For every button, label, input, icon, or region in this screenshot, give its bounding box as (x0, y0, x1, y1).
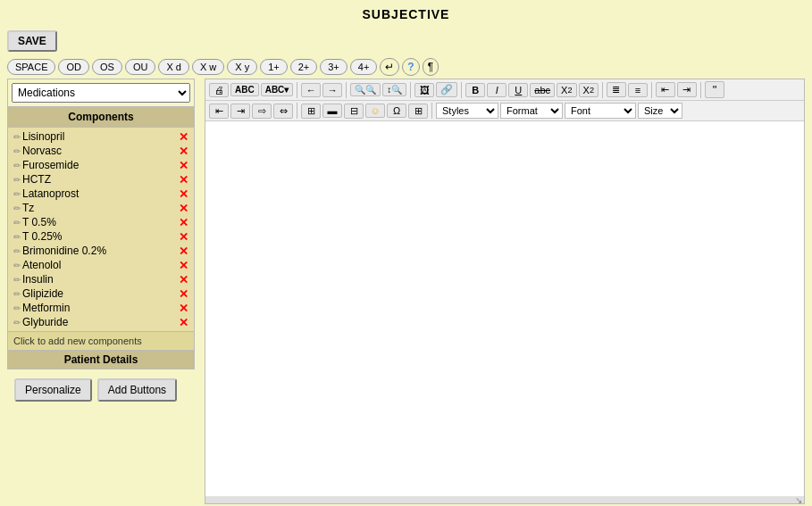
enter-icon-button[interactable]: ↵ (380, 58, 399, 76)
editor-panel: 🖨 ABC ABC▾ ← → 🔍🔍 ↕🔍 🖼 🔗 B I U abc X2 X2… (205, 79, 805, 504)
editor-content-area[interactable] (205, 121, 804, 496)
list-item[interactable]: ✏ Latanoprost ✕ (12, 187, 190, 201)
font-select[interactable]: Font (565, 103, 636, 119)
format-select[interactable]: Format (500, 103, 563, 119)
subscript-button[interactable]: X2 (557, 83, 576, 97)
list-item[interactable]: ✏ Metformin ✕ (12, 301, 190, 315)
omega-button[interactable]: Ω (387, 104, 406, 118)
remove-button[interactable]: ✕ (179, 288, 188, 300)
2plus-button[interactable]: 2+ (290, 59, 318, 75)
remove-button[interactable]: ✕ (179, 131, 188, 143)
ou-button[interactable]: OU (125, 59, 156, 75)
remove-button[interactable]: ✕ (179, 245, 188, 257)
item-name: Metformin (22, 302, 179, 314)
od-button[interactable]: OD (58, 59, 89, 75)
justify-button[interactable]: ⇔ (273, 104, 293, 119)
item-name: Lisinopril (22, 130, 179, 143)
pencil-icon: ✏ (13, 161, 21, 170)
remove-button[interactable]: ✕ (179, 274, 188, 286)
h-rule-button[interactable]: ▬ (322, 104, 342, 118)
xw-button[interactable]: X w (192, 59, 224, 75)
remove-button[interactable]: ✕ (179, 317, 188, 328)
os-button[interactable]: OS (92, 59, 122, 75)
add-buttons-button[interactable]: Add Buttons (97, 378, 177, 402)
spellcheck-button[interactable]: ABC (230, 83, 259, 96)
list-item[interactable]: ✏ Norvasc ✕ (12, 144, 190, 158)
insert-table-button[interactable]: ⊞ (301, 104, 321, 119)
list-item[interactable]: ✏ Glyburide ✕ (12, 315, 190, 329)
find-button[interactable]: 🔍🔍 (350, 83, 381, 96)
strikethrough-button[interactable]: abc (530, 83, 555, 97)
indent-button[interactable]: ⇥ (677, 82, 697, 97)
italic-button[interactable]: I (487, 83, 506, 97)
pencil-icon: ✏ (13, 303, 21, 313)
outdent-button[interactable]: ⇤ (656, 82, 675, 97)
save-button[interactable]: SAVE (7, 30, 57, 52)
list-item[interactable]: ✏ Insulin ✕ (12, 272, 190, 286)
pencil-icon: ✏ (13, 261, 21, 270)
xy-button[interactable]: X y (227, 59, 257, 75)
list-item[interactable]: ✏ Tz ✕ (12, 201, 190, 215)
underline-button[interactable]: U (508, 83, 528, 97)
resize-icon: ↘ (795, 495, 802, 505)
1plus-button[interactable]: 1+ (260, 59, 288, 75)
bold-button[interactable]: B (465, 83, 485, 97)
remove-button[interactable]: ✕ (179, 303, 188, 314)
insert-line-button[interactable]: ⊟ (344, 104, 364, 119)
remove-button[interactable]: ✕ (179, 174, 188, 186)
item-name: Glyburide (22, 316, 179, 328)
help-icon-button[interactable]: ? (402, 58, 419, 76)
list-item[interactable]: ✏ T 0.5% ✕ (12, 215, 190, 229)
template-button[interactable]: ⊞ (408, 104, 428, 119)
list-item[interactable]: ✏ Brimonidine 0.2% ✕ (12, 244, 190, 258)
undo-button[interactable]: ← (301, 83, 321, 97)
editor-toolbar-2: ⇤ ⇥ ⇨ ⇔ ⊞ ▬ ⊟ ☺ Ω ⊞ Styles Format Font S… (205, 101, 804, 121)
image-button[interactable]: 🖼 (414, 83, 434, 97)
remove-button[interactable]: ✕ (179, 188, 188, 200)
main-layout: Medications History ROS HPI Components ✏… (0, 79, 812, 504)
align-left-button[interactable]: ⇤ (209, 104, 229, 119)
medications-select[interactable]: Medications History ROS HPI (12, 83, 190, 103)
blockquote-button[interactable]: " (705, 81, 724, 98)
pencil-icon: ✏ (13, 275, 21, 285)
pencil-icon: ✏ (13, 203, 21, 213)
separator (346, 82, 347, 98)
styles-select[interactable]: Styles (436, 103, 498, 119)
remove-button[interactable]: ✕ (179, 231, 188, 243)
list-item[interactable]: ✏ T 0.25% ✕ (12, 229, 190, 244)
3plus-button[interactable]: 3+ (320, 59, 347, 75)
align-center-button[interactable]: ⇥ (230, 104, 250, 119)
size-select[interactable]: Size (638, 103, 682, 119)
spellcheck-options-button[interactable]: ABC▾ (261, 83, 294, 96)
list-item[interactable]: ✏ Lisinopril ✕ (12, 129, 190, 144)
item-name: Brimonidine 0.2% (22, 245, 179, 257)
xd-button[interactable]: X d (158, 59, 189, 75)
list-item[interactable]: ✏ Atenolol ✕ (12, 258, 190, 272)
4plus-button[interactable]: 4+ (350, 59, 378, 75)
print-button[interactable]: 🖨 (209, 83, 229, 97)
editor-resize-handle[interactable]: ↘ (205, 496, 804, 503)
emoji-button[interactable]: ☺ (365, 104, 385, 118)
remove-button[interactable]: ✕ (179, 145, 188, 157)
personalize-button[interactable]: Personalize (14, 378, 92, 402)
remove-button[interactable]: ✕ (179, 217, 188, 228)
remove-button[interactable]: ✕ (179, 203, 188, 214)
medications-dropdown-row: Medications History ROS HPI (8, 79, 194, 107)
unordered-list-button[interactable]: ≡ (628, 83, 648, 97)
ordered-list-button[interactable]: ≣ (607, 82, 626, 97)
item-name: Norvasc (22, 145, 179, 157)
space-button[interactable]: SPACE (7, 59, 55, 75)
replace-button[interactable]: ↕🔍 (382, 83, 406, 96)
align-right-button[interactable]: ⇨ (252, 104, 272, 119)
redo-button[interactable]: → (322, 83, 342, 97)
list-item[interactable]: ✏ Glipizide ✕ (12, 286, 190, 301)
superscript-button[interactable]: X2 (579, 83, 599, 97)
list-item[interactable]: ✏ Furosemide ✕ (12, 158, 190, 172)
pilcrow-icon-button[interactable]: ¶ (423, 58, 439, 76)
add-components-link[interactable]: Click to add new components (8, 331, 194, 350)
link-button[interactable]: 🔗 (436, 82, 457, 97)
remove-button[interactable]: ✕ (179, 260, 188, 271)
component-list: ✏ Lisinopril ✕ ✏ Norvasc ✕ ✏ Furosemide … (8, 128, 194, 331)
list-item[interactable]: ✏ HCTZ ✕ (12, 172, 190, 187)
remove-button[interactable]: ✕ (179, 160, 188, 171)
